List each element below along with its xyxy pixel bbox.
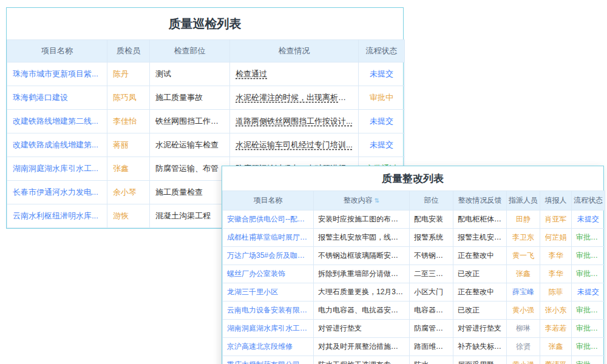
table-cell: 报警主机安放牢固，线缆连接... xyxy=(314,229,410,247)
column-header-project-name: 项目名称 xyxy=(7,40,107,62)
project-link[interactable]: 湖南洞庭湖水库引水工程施工1标 xyxy=(227,323,309,334)
table-cell: 游恢 xyxy=(107,204,150,228)
project-link[interactable]: 改建铁路线增建第二线... xyxy=(13,116,98,127)
table-cell: 未提交 xyxy=(359,110,405,133)
rectify-feedback: 配电柜柜体与... xyxy=(458,214,502,224)
inspect-situation: 道路两侧铁丝网围挡工作按设计... xyxy=(236,116,353,127)
project-link[interactable]: 螺丝厂办公室装饰 xyxy=(227,269,285,279)
project-link[interactable]: 珠海鹤港口建设 xyxy=(13,92,68,103)
rectification-header-row: 项目名称整改内容⇅部位整改情况反馈指派人员填报人流程状态 xyxy=(223,191,605,211)
inspector-name: 余小琴 xyxy=(113,187,137,198)
part: 配电安装 xyxy=(414,214,443,224)
column-header-inspector: 质检员 xyxy=(107,40,150,62)
rectification-list-panel: 质量整改列表 项目名称整改内容⇅部位整改情况反馈指派人员填报人流程状态 安徽合肥… xyxy=(222,166,604,364)
column-label: 部位 xyxy=(424,196,439,204)
reporter-name: 李华 xyxy=(549,251,563,261)
rectify-feedback: 屋面采用聚氨... xyxy=(458,360,502,364)
table-cell: 不锈钢安装... xyxy=(410,247,453,265)
table-row: 珠海鹤港口建设陈巧凤施工质量事故水泥砼灌注的时候，出现离析现象审批中 xyxy=(7,86,405,110)
table-cell: 螺丝厂办公室装饰 xyxy=(223,265,314,283)
table-cell: 二至三楼混... xyxy=(410,265,453,283)
part: 路面维修检... xyxy=(414,342,449,352)
inspection-header-row: 项目名称质检员检查部位检查情况流程状态 xyxy=(7,40,405,62)
column-header-reporter: 填报人 xyxy=(540,191,572,211)
project-link[interactable]: 改建铁路成渝线增建第... xyxy=(13,140,98,150)
project-link[interactable]: 京沪高速北京段维修 xyxy=(227,342,293,352)
column-label: 检查情况 xyxy=(279,46,310,55)
table-row: 云南电力设备安装有限公司20...电力电容器、电抗器安装方案...电容器安装..… xyxy=(223,302,605,320)
table-row: 珠海市城市更新项目紫...陈丹测试检查通过未提交 xyxy=(7,62,405,86)
part: 电容器安装... xyxy=(414,305,449,315)
rectify-content: 大理石质量更换，12月31日之... xyxy=(318,287,405,297)
table-cell: 安装时应按施工图的布置，将... xyxy=(314,211,410,229)
table-cell: 余小琴 xyxy=(107,181,150,204)
status-text: 未提交 xyxy=(577,214,599,224)
table-cell: 配电安装 xyxy=(410,211,453,229)
table-cell: 改建铁路成渝线增建第... xyxy=(7,133,107,157)
column-label: 填报人 xyxy=(545,196,567,204)
inspector-name: 游恢 xyxy=(113,211,129,221)
column-header-assignee: 指派人员 xyxy=(507,191,540,211)
project-link[interactable]: 成都杜甫草堂临时展厅独立展... xyxy=(227,232,309,243)
reporter-name: 张小东 xyxy=(545,305,567,315)
table-cell: 道路两侧铁丝网围挡工作按设计... xyxy=(230,110,359,133)
project-link[interactable]: 重庆太极制药有限公司亳州中... xyxy=(227,360,309,364)
table-cell: 审批中 xyxy=(359,86,405,110)
column-header-process-status: 流程状态 xyxy=(359,40,405,62)
table-cell: 蒋丽 xyxy=(107,133,150,157)
project-link[interactable]: 龙湖三千里小区 xyxy=(227,287,278,297)
rectify-feedback: 正在整改中 xyxy=(458,251,494,261)
column-header-rectify-content[interactable]: 整改内容⇅ xyxy=(314,191,410,211)
table-cell: 成都杜甫草堂临时展厅独立展... xyxy=(223,229,314,247)
project-link[interactable]: 云南水利枢纽潜明水库... xyxy=(13,211,98,221)
table-cell: 董清平 xyxy=(540,356,572,364)
table-cell: 何芷娟 xyxy=(540,229,572,247)
assignee-name: 李卫东 xyxy=(512,232,534,243)
status-text: 审批通过 xyxy=(576,323,600,334)
table-cell: 未提交 xyxy=(572,211,605,229)
inspect-part: 施工质量事故 xyxy=(155,92,203,103)
reporter-name: 肖亚军 xyxy=(545,214,567,224)
part: 二至三楼混... xyxy=(414,269,449,279)
rectify-feedback: 正在整改中 xyxy=(458,287,494,297)
part: 小区大门 xyxy=(414,287,443,297)
table-row: 万达广场35#会所及咖啡厅空...不锈钢边框玻璃隔断安装不牢...不锈钢安装..… xyxy=(223,247,605,265)
project-link[interactable]: 长春市伊通河水力发电... xyxy=(13,187,98,198)
rectify-feedback: 对管进行垫支 xyxy=(458,323,501,334)
table-cell: 陈丹 xyxy=(107,62,150,86)
inspector-name: 李佳怡 xyxy=(113,116,137,127)
project-link[interactable]: 安徽合肥供电公司--配电设备... xyxy=(227,214,309,224)
rectify-content: 安装时应按施工图的布置，将... xyxy=(318,214,405,224)
reporter-name: 陈菲 xyxy=(549,287,563,297)
table-cell: 张鑫 xyxy=(107,157,150,181)
table-cell: 补齐缺失标志... xyxy=(453,338,507,356)
table-cell: 李若若 xyxy=(540,320,572,338)
table-cell: 小区大门 xyxy=(410,283,453,302)
table-cell: 徐贤 xyxy=(507,338,540,356)
table-cell: 路面维修检... xyxy=(410,338,453,356)
table-cell: 防水工程施工选调有专业资质... xyxy=(314,356,410,364)
table-cell: 水泥砼灌注的时候，出现离析现象 xyxy=(230,86,359,110)
sort-icon[interactable]: ⇅ xyxy=(375,197,379,204)
table-row: 龙湖三千里小区大理石质量更换，12月31日之...小区大门正在整改中薛宝峰陈菲未… xyxy=(223,283,605,302)
table-cell: 田静 xyxy=(507,211,540,229)
table-cell: 湖南洞庭湖水库引水工程施工1标 xyxy=(223,320,314,338)
table-row: 成都杜甫草堂临时展厅独立展...报警主机安放牢固，线缆连接...报警系统报警主机… xyxy=(223,229,605,247)
table-cell: 水泥砼运输车司机经过专门培训... xyxy=(230,133,359,157)
project-link[interactable]: 云南电力设备安装有限公司20... xyxy=(227,305,309,315)
assignee-name: 黄一飞 xyxy=(512,251,534,261)
table-row: 改建铁路成渝线增建第...蒋丽水泥砼运输车检查水泥砼运输车司机经过专门培训...… xyxy=(7,133,405,157)
table-cell: 施工质量事故 xyxy=(150,86,230,110)
project-link[interactable]: 珠海市城市更新项目紫... xyxy=(13,69,98,79)
assignee-name: 薛宝峰 xyxy=(512,287,534,297)
table-cell: 黄小强 xyxy=(507,302,540,320)
table-cell: 对管进行垫支 xyxy=(314,320,410,338)
project-link[interactable]: 湖南洞庭湖水库引水工... xyxy=(13,163,98,174)
inspect-situation: 水泥砼运输车司机经过专门培训... xyxy=(236,140,353,150)
table-cell: 已改正 xyxy=(453,302,507,320)
reporter-name: 李若若 xyxy=(545,323,567,334)
project-link[interactable]: 万达广场35#会所及咖啡厅空... xyxy=(227,251,309,261)
table-row: 湖南洞庭湖水库引水工程施工1标对管进行垫支防腐管运输...对管进行垫支柳琳李若若… xyxy=(223,320,605,338)
status-text: 审批通过 xyxy=(576,251,600,261)
part: 报警系统 xyxy=(414,232,443,243)
